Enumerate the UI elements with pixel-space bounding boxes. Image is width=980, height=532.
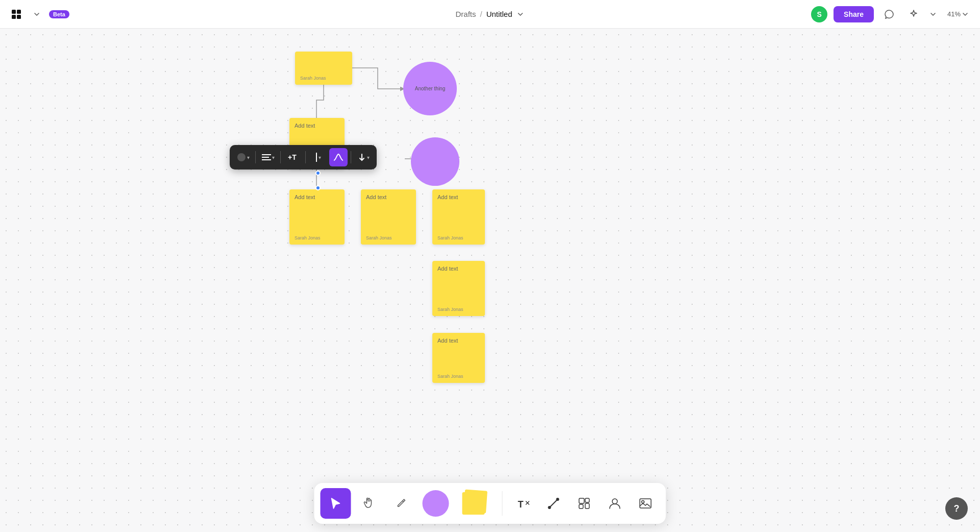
breadcrumb-separator: / xyxy=(480,10,482,18)
svg-text:T: T xyxy=(518,499,524,510)
sticky-note-1[interactable]: Sarah Jonas xyxy=(295,52,352,85)
sticky-note-1-author: Sarah Jonas xyxy=(300,76,347,81)
toolbar-divider-2 xyxy=(280,151,281,163)
sticky-note-5[interactable]: Add text Sarah Jonas xyxy=(432,189,485,245)
breadcrumb: Drafts / Untitled xyxy=(455,10,524,18)
sticky-note-5-author: Sarah Jonas xyxy=(437,235,480,240)
zoom-level: 41% xyxy=(947,10,961,18)
svg-rect-17 xyxy=(579,504,583,509)
sticky-note-3-author: Sarah Jonas xyxy=(295,235,339,240)
circle-1[interactable]: Another thing xyxy=(403,62,457,115)
line-dropdown-arrow: ▾ xyxy=(318,155,321,160)
pen-tool[interactable] xyxy=(386,488,416,519)
ai-dropdown-arrow[interactable] xyxy=(929,10,937,18)
bottom-toolbar: T xyxy=(314,483,666,524)
sticky-tool[interactable] xyxy=(455,486,496,521)
sticky-note-3[interactable]: Add text Sarah Jonas xyxy=(289,189,345,245)
circle-preview xyxy=(423,490,449,517)
connector-action-button[interactable] xyxy=(540,489,568,518)
svg-rect-0 xyxy=(12,10,16,14)
svg-point-21 xyxy=(642,501,644,503)
bottom-toolbar-divider xyxy=(502,491,503,516)
align-dropdown-arrow: ▾ xyxy=(272,155,275,160)
svg-point-19 xyxy=(612,499,618,504)
svg-rect-2 xyxy=(12,15,16,19)
toolbar-divider-4 xyxy=(351,151,351,163)
help-button[interactable]: ? xyxy=(945,497,968,520)
header-right: S Share 41% xyxy=(811,5,972,23)
circle-tool[interactable] xyxy=(419,486,453,521)
sticky-note-4[interactable]: Add text Sarah Jonas xyxy=(361,189,416,245)
connector-lines xyxy=(0,29,980,532)
sticky-note-4-text: Add text xyxy=(366,194,411,201)
beta-badge: Beta xyxy=(49,10,69,18)
cursor-tool[interactable] xyxy=(321,488,351,519)
canvas[interactable]: Sarah Jonas Another thing Add text Sarah… xyxy=(0,29,980,532)
direction-button[interactable]: ▾ xyxy=(354,148,373,166)
comments-button[interactable] xyxy=(880,5,898,23)
svg-rect-18 xyxy=(585,503,590,509)
sticky-note-5-text: Add text xyxy=(437,194,480,201)
avatar: S xyxy=(811,6,827,22)
svg-point-4 xyxy=(237,153,246,161)
breadcrumb-title: Untitled xyxy=(486,10,512,18)
title-dropdown-arrow[interactable] xyxy=(517,10,525,18)
svg-rect-1 xyxy=(17,10,21,14)
text-action-button[interactable]: T xyxy=(509,489,537,518)
svg-text:+T: +T xyxy=(288,153,297,161)
header-left: Beta xyxy=(8,6,69,22)
breadcrumb-nav: Drafts / Untitled xyxy=(455,10,524,18)
toolbar-divider-1 xyxy=(255,151,256,163)
toolbar-divider-3 xyxy=(305,151,306,163)
color-dropdown-arrow: ▾ xyxy=(247,155,250,160)
align-button[interactable]: ▾ xyxy=(259,148,277,166)
sticky-note-7-text: Add text xyxy=(437,337,480,345)
sticky-note-6-text: Add text xyxy=(437,265,480,273)
curve-button[interactable] xyxy=(329,148,348,166)
svg-rect-15 xyxy=(579,498,584,503)
sticky-note-2-text: Add text xyxy=(295,122,339,130)
svg-point-13 xyxy=(548,506,551,509)
circle-2[interactable] xyxy=(411,137,459,186)
avatar-action-button[interactable] xyxy=(601,489,629,518)
zoom-indicator[interactable]: 41% xyxy=(943,8,972,20)
sticky-preview-front xyxy=(462,492,485,515)
circle-1-label: Another thing xyxy=(411,82,450,95)
sticky-note-6[interactable]: Add text Sarah Jonas xyxy=(432,261,485,316)
svg-rect-3 xyxy=(17,15,21,19)
floating-toolbar: ▾ ▾ +T ▾ ▾ xyxy=(230,145,377,170)
ai-button[interactable] xyxy=(904,5,923,23)
share-button[interactable]: Share xyxy=(834,6,874,22)
sticky-preview xyxy=(460,490,491,517)
hand-tool[interactable] xyxy=(353,488,384,519)
svg-rect-16 xyxy=(585,498,590,502)
sticky-note-7[interactable]: Add text Sarah Jonas xyxy=(432,333,485,383)
template-action-button[interactable] xyxy=(570,489,599,518)
sticky-note-3-text: Add text xyxy=(295,194,339,201)
connection-dot-top[interactable] xyxy=(315,171,321,176)
direction-dropdown-arrow: ▾ xyxy=(367,155,370,160)
logo-icon[interactable] xyxy=(8,6,24,22)
svg-point-14 xyxy=(556,498,559,501)
header: Beta Drafts / Untitled S Share 41% xyxy=(0,0,980,29)
connection-dot-bottom[interactable] xyxy=(315,185,321,190)
logo-dropdown-arrow[interactable] xyxy=(29,6,45,22)
breadcrumb-drafts[interactable]: Drafts xyxy=(455,10,476,18)
line-style-button[interactable]: ▾ xyxy=(309,148,327,166)
sticky-note-7-author: Sarah Jonas xyxy=(437,374,480,379)
svg-rect-20 xyxy=(640,499,651,508)
color-picker-button[interactable]: ▾ xyxy=(234,148,252,166)
text-size-button[interactable]: +T xyxy=(284,148,302,166)
image-action-button[interactable] xyxy=(631,489,660,518)
sticky-note-4-author: Sarah Jonas xyxy=(366,235,411,240)
sticky-note-6-author: Sarah Jonas xyxy=(437,307,480,312)
